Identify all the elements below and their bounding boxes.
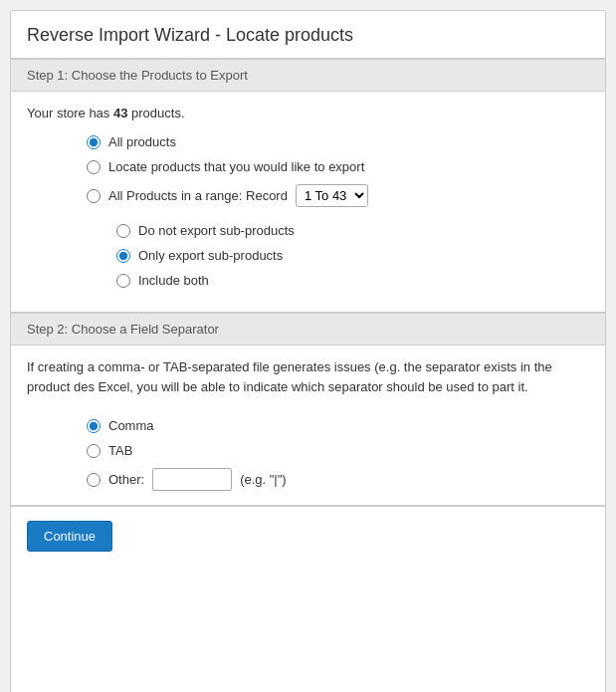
- radio-comma[interactable]: [87, 419, 101, 433]
- radio-only-export-sub[interactable]: [116, 249, 130, 263]
- option-only-export-sub: Only export sub-products: [116, 248, 589, 263]
- step2-content: Comma TAB Other: (e.g. "|"): [11, 408, 605, 505]
- label-no-export-sub: Do not export sub-products: [138, 223, 295, 238]
- step2-description: If creating a comma- or TAB-separated fi…: [11, 346, 605, 408]
- label-range-products: All Products in a range: Record: [108, 188, 288, 203]
- separator-options-group: Comma TAB Other: (e.g. "|"): [87, 418, 589, 491]
- label-tab: TAB: [108, 443, 132, 458]
- option-comma: Comma: [87, 418, 589, 433]
- radio-no-export-sub[interactable]: [116, 224, 130, 238]
- radio-include-both[interactable]: [116, 274, 130, 288]
- radio-range-products[interactable]: [87, 189, 101, 203]
- label-other: Other:: [108, 472, 144, 487]
- label-locate-products: Locate products that you would like to e…: [108, 159, 364, 174]
- product-options-group: All products Locate products that you wo…: [87, 134, 589, 207]
- footer: Continue: [11, 506, 605, 566]
- option-other: Other: (e.g. "|"): [87, 468, 589, 491]
- range-select[interactable]: 1 To 43: [296, 184, 368, 207]
- other-separator-input[interactable]: [152, 468, 232, 491]
- step1-content: Your store has 43 products. All products…: [11, 92, 605, 312]
- option-tab: TAB: [87, 443, 589, 458]
- label-all-products: All products: [108, 134, 176, 149]
- label-include-both: Include both: [138, 273, 209, 288]
- label-comma: Comma: [108, 418, 154, 433]
- option-include-both: Include both: [116, 273, 589, 288]
- product-count-text: Your store has 43 products.: [27, 106, 589, 120]
- radio-other[interactable]: [87, 473, 101, 487]
- option-locate-products: Locate products that you would like to e…: [87, 159, 589, 174]
- sub-product-options-group: Do not export sub-products Only export s…: [116, 223, 589, 288]
- label-only-export-sub: Only export sub-products: [138, 248, 283, 263]
- step2-header: Step 2: Choose a Field Separator: [11, 313, 605, 346]
- other-example-label: (e.g. "|"): [240, 472, 287, 487]
- option-all-products: All products: [87, 134, 589, 149]
- radio-tab[interactable]: [87, 444, 101, 458]
- step1-header: Step 1: Choose the Products to Export: [11, 59, 605, 92]
- radio-all-products[interactable]: [87, 135, 101, 149]
- continue-button[interactable]: Continue: [27, 521, 112, 552]
- option-no-export-sub: Do not export sub-products: [116, 223, 589, 238]
- wizard-container: Reverse Import Wizard - Locate products …: [10, 10, 606, 692]
- option-range-products: All Products in a range: Record 1 To 43: [87, 184, 589, 207]
- radio-locate-products[interactable]: [87, 160, 101, 174]
- page-title: Reverse Import Wizard - Locate products: [11, 11, 605, 59]
